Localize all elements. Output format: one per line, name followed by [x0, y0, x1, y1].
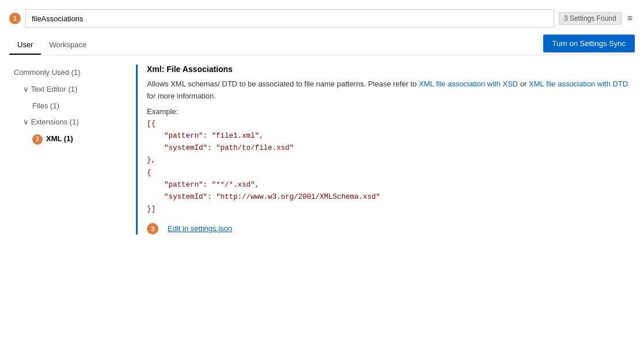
tab-workspace[interactable]: Workspace	[41, 36, 94, 55]
main-content: Commonly Used (1) ∨ Text Editor (1) File…	[9, 65, 635, 234]
sidebar-item-xml[interactable]: 2 XML (1)	[9, 131, 127, 147]
sidebar-item-extensions[interactable]: ∨ Extensions (1)	[9, 114, 127, 131]
sidebar-item-extensions-label: Extensions (1)	[31, 118, 79, 126]
content-description: Allows XML schemas/ DTD to be associated…	[147, 78, 635, 103]
sidebar-item-xml-label: XML (1)	[46, 133, 73, 145]
example-label: Example:	[147, 107, 635, 116]
search-input[interactable]	[25, 9, 554, 28]
sidebar-item-files[interactable]: Files (1)	[9, 98, 127, 115]
badge-1: 1	[9, 13, 21, 24]
badge-3: 3	[147, 223, 158, 234]
badge-2: 2	[32, 134, 43, 145]
code-line-5: "pattern": "**/*.xsd",	[147, 179, 635, 191]
desc-text-2: or	[518, 80, 529, 88]
chevron-extensions-icon: ∨	[23, 118, 29, 126]
edit-link-row: 3 Edit in settings.json	[147, 223, 635, 234]
code-block: [{ "pattern": "file1.xml", "systemId": "…	[147, 118, 635, 216]
code-line-2: "systemId": "path/to/file.xsd"	[147, 142, 635, 154]
tabs-left: User Workspace	[9, 36, 94, 54]
content-panel: Xml: File Associations Allows XML schema…	[136, 65, 635, 234]
filter-icon[interactable]: ≡	[625, 12, 635, 25]
tabs-row: User Workspace Turn on Settings Sync	[9, 35, 635, 55]
tab-user[interactable]: User	[9, 36, 41, 55]
link-xsd[interactable]: XML file association with XSD	[419, 80, 518, 88]
search-results-badge: 3 Settings Found	[559, 12, 622, 25]
edit-in-settings-link[interactable]: Edit in settings.json	[168, 224, 232, 233]
code-line-6: "systemId": "http://www.w3.org/2001/XMLS…	[147, 191, 635, 203]
desc-text-3: for more information.	[147, 92, 216, 100]
code-line-1: "pattern": "file1.xml",	[147, 130, 635, 142]
chevron-text-editor-icon: ∨	[23, 85, 29, 93]
link-dtd[interactable]: XML file association with DTD	[529, 80, 628, 88]
sidebar-item-text-editor[interactable]: ∨ Text Editor (1)	[9, 81, 127, 98]
code-line-7: }]	[147, 203, 635, 215]
sidebar-item-text-editor-label: Text Editor (1)	[31, 85, 77, 93]
code-line-4: {	[147, 167, 635, 179]
desc-text-1: Allows XML schemas/ DTD to be associated…	[147, 80, 419, 88]
sidebar-item-commonly-used[interactable]: Commonly Used (1)	[9, 65, 127, 81]
sidebar: Commonly Used (1) ∨ Text Editor (1) File…	[9, 65, 136, 234]
code-line-3: },	[147, 154, 635, 167]
sync-button[interactable]: Turn on Settings Sync	[543, 35, 635, 52]
search-row: 1 3 Settings Found ≡	[9, 9, 635, 28]
content-title: Xml: File Associations	[147, 65, 635, 74]
code-line-0: [{	[147, 118, 635, 130]
